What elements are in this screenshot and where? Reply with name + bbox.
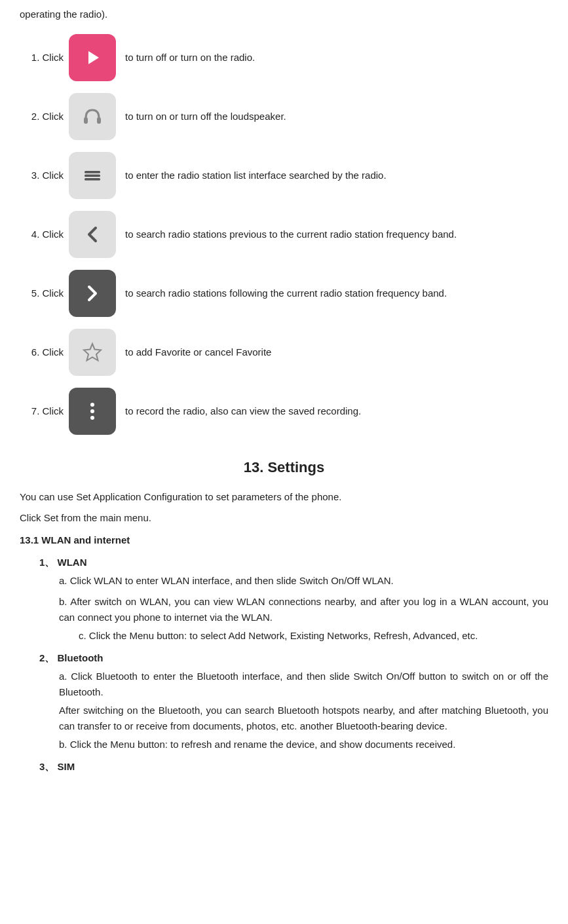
chevron-right-icon xyxy=(79,280,105,306)
play-icon xyxy=(81,46,104,69)
section13-intro2: Click Set from the main menu. xyxy=(20,510,548,526)
svg-rect-3 xyxy=(85,171,100,174)
click-items-list: 1. Click to turn off or turn on the radi… xyxy=(20,34,548,435)
section13-item1-title: 1、 WLAN xyxy=(39,555,548,570)
click-label-6: 6. Click xyxy=(20,344,69,360)
section13-item2-title: 2、 Bluetooth xyxy=(39,650,548,666)
click-label-1: 1. Click xyxy=(20,50,69,65)
click-row-6: 6. Click to add Favorite or cancel Favor… xyxy=(20,329,548,376)
section13-item3-title: 3、 SIM xyxy=(39,759,548,775)
svg-rect-5 xyxy=(85,178,100,181)
intro-text: operating the radio). xyxy=(20,7,548,22)
section13-item1-c: c. Click the Menu button: to select Add … xyxy=(79,628,548,644)
section-13-title: 13. Settings xyxy=(20,456,548,479)
svg-point-7 xyxy=(90,403,94,407)
click-desc-4: to search radio stations previous to the… xyxy=(125,227,548,242)
section13-item2-a: a. Click Bluetooth to enter the Bluetoot… xyxy=(59,669,548,700)
click-label-2: 2. Click xyxy=(20,109,69,124)
dots-icon xyxy=(79,398,105,424)
click-row-2: 2. Click to turn on or turn off the loud… xyxy=(20,93,548,140)
click-desc-6: to add Favorite or cancel Favorite xyxy=(125,344,548,360)
svg-rect-2 xyxy=(97,117,101,124)
click-row-4: 4. Click to search radio stations previo… xyxy=(20,211,548,258)
svg-point-9 xyxy=(90,416,94,420)
click-desc-5: to search radio stations following the c… xyxy=(125,286,548,301)
click-desc-7: to record the radio, also can view the s… xyxy=(125,403,548,419)
click-desc-1: to turn off or turn on the radio. xyxy=(125,50,548,65)
chevron-right-icon-box xyxy=(69,270,116,317)
section13-item2-a2: After switching on the Bluetooth, you ca… xyxy=(59,703,548,734)
click-label-5: 5. Click xyxy=(20,286,69,301)
section13-intro1: You can use Set Application Configuratio… xyxy=(20,489,548,505)
click-desc-2: to turn on or turn off the loudspeaker. xyxy=(125,109,548,124)
svg-rect-4 xyxy=(85,175,100,177)
menu-icon-box xyxy=(69,152,116,199)
star-icon xyxy=(79,339,105,365)
chevron-left-icon-box xyxy=(69,211,116,258)
section13-item1-a: a. Click WLAN to enter WLAN interface, a… xyxy=(59,573,548,589)
click-label-3: 3. Click xyxy=(20,168,69,183)
chevron-left-icon xyxy=(79,221,105,248)
click-label-4: 4. Click xyxy=(20,227,69,242)
section13-sub1-title: 13.1 WLAN and internet xyxy=(20,532,548,548)
headphone-icon-box xyxy=(69,93,116,140)
click-row-5: 5. Click to search radio stations follow… xyxy=(20,270,548,317)
dots-icon-box xyxy=(69,388,116,435)
play-icon-box xyxy=(69,34,116,81)
click-label-7: 7. Click xyxy=(20,403,69,419)
svg-rect-1 xyxy=(84,117,88,124)
svg-marker-0 xyxy=(88,51,99,64)
click-row-7: 7. Click to record the radio, also can v… xyxy=(20,388,548,435)
star-icon-box xyxy=(69,329,116,376)
click-desc-3: to enter the radio station list interfac… xyxy=(125,168,548,183)
headphone-icon xyxy=(79,103,105,130)
svg-point-8 xyxy=(90,409,94,413)
click-row-3: 3. Click to enter the radio station list… xyxy=(20,152,548,199)
section13-item1-b: b. After switch on WLAN, you can view WL… xyxy=(59,594,548,625)
menu-icon xyxy=(79,162,105,189)
svg-marker-6 xyxy=(84,344,101,361)
click-row-1: 1. Click to turn off or turn on the radi… xyxy=(20,34,548,81)
section13-item2-b: b. Click the Menu button: to refresh and… xyxy=(59,737,548,752)
